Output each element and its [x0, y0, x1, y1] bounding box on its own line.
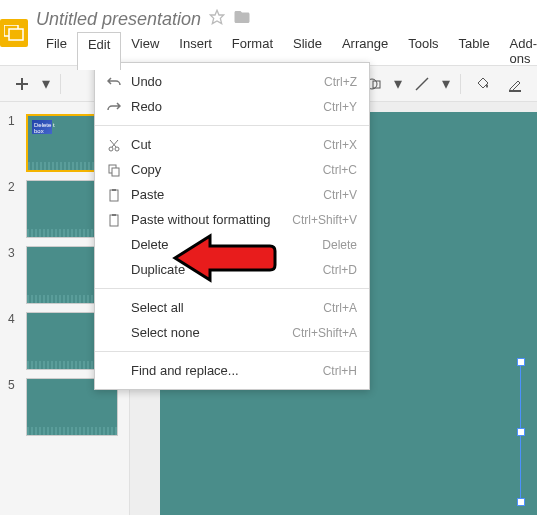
svg-point-11 [115, 147, 119, 151]
menu-undo[interactable]: Undo Ctrl+Z [95, 69, 369, 94]
menu-select-none[interactable]: Select none Ctrl+Shift+A [95, 320, 369, 345]
document-title[interactable]: Untitled presentation [36, 9, 201, 30]
resize-handle[interactable] [517, 498, 525, 506]
menu-select-all[interactable]: Select all Ctrl+A [95, 295, 369, 320]
dropdown-icon[interactable]: ▾ [40, 70, 52, 98]
separator [95, 288, 369, 289]
menu-addons[interactable]: Add-ons [500, 32, 537, 70]
menu-file[interactable]: File [36, 32, 77, 70]
menu-table[interactable]: Table [449, 32, 500, 70]
menu-tools[interactable]: Tools [398, 32, 448, 70]
dropdown-icon[interactable]: ▾ [392, 70, 404, 98]
folder-icon[interactable] [233, 8, 251, 30]
menu-redo[interactable]: Redo Ctrl+Y [95, 94, 369, 119]
svg-point-10 [109, 147, 113, 151]
edit-dropdown: Undo Ctrl+Z Redo Ctrl+Y Cut Ctrl+X Copy … [94, 62, 370, 390]
paste-icon [107, 188, 131, 202]
svg-rect-13 [112, 168, 119, 176]
svg-rect-16 [110, 215, 118, 226]
cut-icon [107, 138, 131, 152]
slides-logo[interactable] [0, 19, 28, 47]
resize-handle[interactable] [517, 358, 525, 366]
undo-icon [107, 75, 131, 89]
menu-edit[interactable]: Edit [77, 32, 121, 70]
title-area: Untitled presentation File Edit View Ins… [28, 0, 537, 65]
redo-icon [107, 100, 131, 114]
new-slide-button[interactable] [8, 70, 36, 98]
svg-rect-1 [9, 29, 23, 40]
star-icon[interactable] [209, 9, 225, 29]
menu-copy[interactable]: Copy Ctrl+C [95, 157, 369, 182]
fill-color-button[interactable] [469, 70, 497, 98]
menu-duplicate[interactable]: Duplicate Ctrl+D [95, 257, 369, 282]
dropdown-icon[interactable]: ▾ [440, 70, 452, 98]
separator [95, 351, 369, 352]
resize-handle[interactable] [517, 428, 525, 436]
paste-icon [107, 213, 131, 227]
app-header: Untitled presentation File Edit View Ins… [0, 0, 537, 66]
menu-paste-without-formatting[interactable]: Paste without formatting Ctrl+Shift+V [95, 207, 369, 232]
svg-rect-15 [112, 189, 116, 191]
separator [60, 74, 61, 94]
menu-delete[interactable]: Delete Delete [95, 232, 369, 257]
svg-marker-2 [210, 10, 223, 23]
svg-rect-17 [112, 214, 116, 216]
border-color-button[interactable] [501, 70, 529, 98]
menu-paste[interactable]: Paste Ctrl+V [95, 182, 369, 207]
svg-rect-14 [110, 190, 118, 201]
copy-icon [107, 163, 131, 177]
separator [95, 125, 369, 126]
logo-area [0, 0, 28, 65]
separator [460, 74, 461, 94]
line-button[interactable] [408, 70, 436, 98]
menu-cut[interactable]: Cut Ctrl+X [95, 132, 369, 157]
menu-find-replace[interactable]: Find and replace... Ctrl+H [95, 358, 369, 383]
svg-rect-9 [509, 90, 521, 92]
